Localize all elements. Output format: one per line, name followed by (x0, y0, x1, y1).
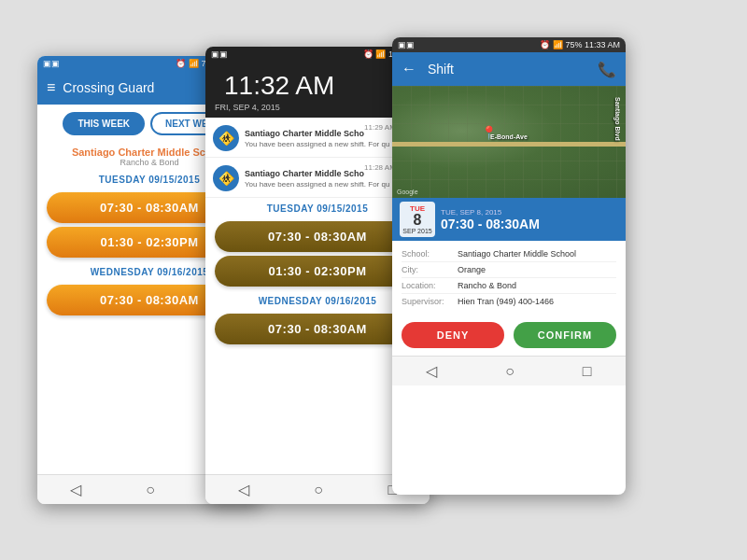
map-label-santiago: Santiago Blvd (614, 97, 621, 141)
detail-location: Location: Rancho & Bond (402, 278, 616, 294)
notif-title-1: Santiago Charter Middle Scho (245, 129, 364, 138)
shift-bar-content: TUE 8 SEP 2015 TUE, SEP 8, 2015 07:30 - … (392, 198, 626, 241)
back-arrow-icon[interactable]: ← (402, 61, 416, 77)
notif-time-2: 11:28 AM (364, 163, 396, 172)
detail-label-location: Location: (402, 281, 458, 290)
notif-icon-2: 🚸 (213, 165, 239, 191)
detail-value-supervisor: Hien Tran (949) 400-1466 (458, 297, 554, 306)
hamburger-icon[interactable]: ≡ (47, 79, 55, 96)
nav-back-1[interactable]: ◁ (70, 481, 81, 498)
app-title-3: Shift (428, 62, 590, 77)
notif-body-2: You have been assigned a new shift. For … (245, 180, 396, 189)
nav-recents-3[interactable]: □ (583, 363, 592, 380)
nav-back-2[interactable]: ◁ (238, 481, 249, 498)
nav-back-3[interactable]: ◁ (426, 362, 437, 380)
map-area: E-Bond-Ave Santiago Blvd 📍 Google (392, 86, 626, 198)
phone-icon-3[interactable]: 📞 (598, 61, 616, 78)
deny-button[interactable]: DENY (402, 322, 504, 348)
confirm-button[interactable]: CONFIRM (514, 322, 616, 348)
detail-section: School: Santiago Charter Middle School C… (392, 241, 626, 315)
nav-home-2[interactable]: ○ (314, 482, 323, 498)
shift-time-display: 07:30 - 08:30AM (441, 217, 540, 231)
status-bar-right-3: ⏰ 📶 75% 11:33 AM (540, 40, 620, 49)
shift-mon: SEP 2015 (402, 228, 431, 234)
status-bar-left-3: ▣▣ (398, 40, 415, 49)
nav-home-3[interactable]: ○ (505, 363, 514, 380)
action-buttons: DENY CONFIRM (392, 315, 626, 356)
shift-info-bar: TUE 8 SEP 2015 TUE, SEP 8, 2015 07:30 - … (392, 198, 626, 241)
status-bar-left-2: ▣▣ (211, 49, 228, 59)
notif-icon-1: 🚸 (213, 125, 239, 151)
detail-value-location: Rancho & Bond (458, 281, 516, 290)
notif-time-1: 11:29 AM (364, 123, 396, 132)
notif-body-1: You have been assigned a new shift. For … (245, 140, 396, 148)
this-week-button[interactable]: THIS WEEK (63, 112, 145, 135)
clock-time: 11:32 AM (215, 62, 344, 103)
detail-label-city: City: (402, 265, 458, 274)
notif-app-icon-2: 🚸 (218, 171, 234, 186)
shift-time-info: TUE, SEP 8, 2015 07:30 - 08:30AM (441, 208, 540, 231)
detail-city: City: Orange (402, 262, 616, 278)
shift-btn-dark-3[interactable]: 07:30 - 08:30AM (215, 314, 420, 344)
notif-text-2: Santiago Charter Middle Scho 11:28 AM Yo… (245, 163, 396, 189)
detail-school: School: Santiago Charter Middle School (402, 246, 616, 262)
notif-app-icon-1: 🚸 (218, 131, 234, 146)
notif-title-2: Santiago Charter Middle Scho (245, 169, 364, 178)
detail-value-city: Orange (458, 265, 486, 274)
app-bar-3: ← Shift 📞 (392, 52, 626, 86)
status-bar-3: ▣▣ ⏰ 📶 75% 11:33 AM (392, 37, 626, 52)
map-road-horizontal (392, 142, 626, 147)
shift-date-box: TUE 8 SEP 2015 (400, 202, 435, 237)
phone-screen-3: ▣▣ ⏰ 📶 75% 11:33 AM ← Shift 📞 E-Bond-Ave… (392, 37, 626, 495)
google-watermark: Google (397, 189, 418, 195)
nav-bar-3: ◁ ○ □ (392, 356, 626, 385)
detail-label-school: School: (402, 249, 458, 259)
app-title-1: Crossing Guard (63, 80, 226, 95)
notif-text-1: Santiago Charter Middle Scho 11:29 AM Yo… (245, 123, 396, 148)
shift-date-label: TUE, SEP 8, 2015 (441, 208, 540, 217)
detail-value-school: Santiago Charter Middle School (458, 249, 576, 259)
shift-btn-dark-1[interactable]: 07:30 - 08:30AM (215, 221, 420, 252)
detail-label-supervisor: Supervisor: (402, 297, 458, 306)
nav-home-1[interactable]: ○ (146, 482, 155, 498)
status-bar-left-icons: ▣▣ (43, 59, 60, 68)
shift-dom: 8 (414, 213, 422, 228)
detail-supervisor: Supervisor: Hien Tran (949) 400-1466 (402, 294, 616, 309)
shift-btn-dark-2[interactable]: 01:30 - 02:30PM (215, 256, 420, 287)
map-location-pin: 📍 (481, 125, 497, 140)
